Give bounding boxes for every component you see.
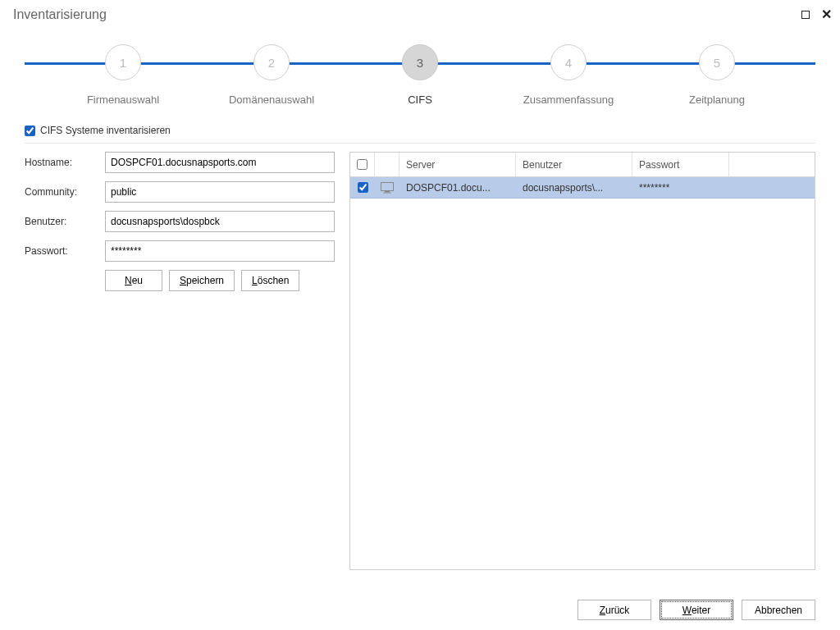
passwort-input[interactable] xyxy=(105,240,335,262)
form-button-row: Neu Speichern Löschen xyxy=(105,270,335,291)
hostname-label: Hostname: xyxy=(25,157,105,168)
speichern-label-rest: peichern xyxy=(186,275,224,286)
benutzer-row: Benutzer: xyxy=(25,211,335,232)
grid-header-icon-cell xyxy=(375,153,399,176)
step-cifs[interactable]: 3 CIFS xyxy=(371,36,469,106)
cancel-button[interactable]: Abbrechen xyxy=(742,600,815,620)
cifs-inventarisieren-checkbox[interactable] xyxy=(25,126,35,136)
titlebar: Inventarisierung ✕ xyxy=(0,0,840,30)
divider xyxy=(25,143,815,144)
window-controls: ✕ xyxy=(801,11,832,19)
loeschen-button[interactable]: Löschen xyxy=(241,270,299,291)
svg-rect-1 xyxy=(385,191,390,193)
form-panel: Hostname: Community: Benutzer: Passwort:… xyxy=(25,152,335,570)
step-number: 5 xyxy=(699,44,735,80)
passwort-row: Passwort: xyxy=(25,240,335,262)
back-button[interactable]: Zurück xyxy=(578,600,651,620)
maximize-icon[interactable] xyxy=(801,11,810,19)
grid-header: Server Benutzer Passwort xyxy=(350,153,815,177)
close-icon[interactable]: ✕ xyxy=(821,11,832,19)
community-label: Community: xyxy=(25,186,105,198)
grid-header-spacer xyxy=(729,153,815,176)
hostname-input[interactable] xyxy=(105,152,335,173)
server-grid: Server Benutzer Passwort DOSPCF01.docu..… xyxy=(349,152,815,570)
svg-rect-2 xyxy=(383,192,391,193)
step-zusammenfassung[interactable]: 4 Zusammenfassung xyxy=(519,36,618,106)
svg-rect-0 xyxy=(381,182,394,190)
speichern-button[interactable]: Speichern xyxy=(169,270,235,291)
step-number: 2 xyxy=(253,44,290,80)
wizard-stepper: 1 Firmenauswahl 2 Domänenauswahl 3 CIFS … xyxy=(25,36,815,110)
grid-cell-server: DOSPCF01.docu... xyxy=(399,177,516,198)
benutzer-input[interactable] xyxy=(105,211,335,232)
stepper-steps: 1 Firmenauswahl 2 Domänenauswahl 3 CIFS … xyxy=(25,36,815,106)
main-body: Hostname: Community: Benutzer: Passwort:… xyxy=(0,152,840,570)
step-number: 1 xyxy=(105,44,141,80)
passwort-label: Passwort: xyxy=(25,245,105,257)
grid-row[interactable]: DOSPCF01.docu... docusnapsports\... ****… xyxy=(350,177,815,199)
cifs-inventarisieren-label: CIFS Systeme inventarisieren xyxy=(40,125,171,136)
window-title: Inventarisierung xyxy=(13,7,801,22)
hostname-row: Hostname: xyxy=(25,152,335,173)
next-button[interactable]: Weiter xyxy=(660,600,733,620)
grid-cell-passwort: ******** xyxy=(632,177,729,198)
step-zeitplanung[interactable]: 5 Zeitplanung xyxy=(668,36,766,106)
grid-header-passwort[interactable]: Passwort xyxy=(632,153,729,176)
neu-label-rest: eu xyxy=(132,275,143,286)
grid-cell-benutzer: docusnapsports\... xyxy=(516,177,632,198)
step-label: Zeitplanung xyxy=(689,94,745,106)
grid-header-checkbox-cell xyxy=(350,153,375,176)
grid-header-benutzer[interactable]: Benutzer xyxy=(516,153,632,176)
footer-buttons: Zurück Weiter Abbrechen xyxy=(578,600,815,620)
neu-button[interactable]: Neu xyxy=(105,270,162,291)
grid-row-checkbox[interactable] xyxy=(358,182,368,193)
grid-row-icon-cell xyxy=(375,177,399,198)
loeschen-label-rest: öschen xyxy=(258,275,290,286)
benutzer-label: Benutzer: xyxy=(25,216,105,227)
step-label: Domänenauswahl xyxy=(229,94,314,106)
step-label: Firmenauswahl xyxy=(87,94,159,106)
step-number: 4 xyxy=(550,44,587,80)
step-label: CIFS xyxy=(408,94,432,106)
grid-row-check-cell xyxy=(350,177,375,198)
community-input[interactable] xyxy=(105,181,335,203)
cifs-inventarisieren-row: CIFS Systeme inventarisieren xyxy=(25,125,815,136)
community-row: Community: xyxy=(25,181,335,203)
monitor-icon xyxy=(381,182,394,194)
step-domaenenauswahl[interactable]: 2 Domänenauswahl xyxy=(222,36,321,106)
inventory-dialog: Inventarisierung ✕ 1 Firmenauswahl 2 Dom… xyxy=(0,0,840,630)
grid-select-all-checkbox[interactable] xyxy=(357,159,368,170)
step-number: 3 xyxy=(402,44,438,80)
content-top: CIFS Systeme inventarisieren xyxy=(0,116,840,136)
step-firmenauswahl[interactable]: 1 Firmenauswahl xyxy=(74,36,172,106)
grid-header-server[interactable]: Server xyxy=(399,153,516,176)
step-label: Zusammenfassung xyxy=(523,94,614,106)
